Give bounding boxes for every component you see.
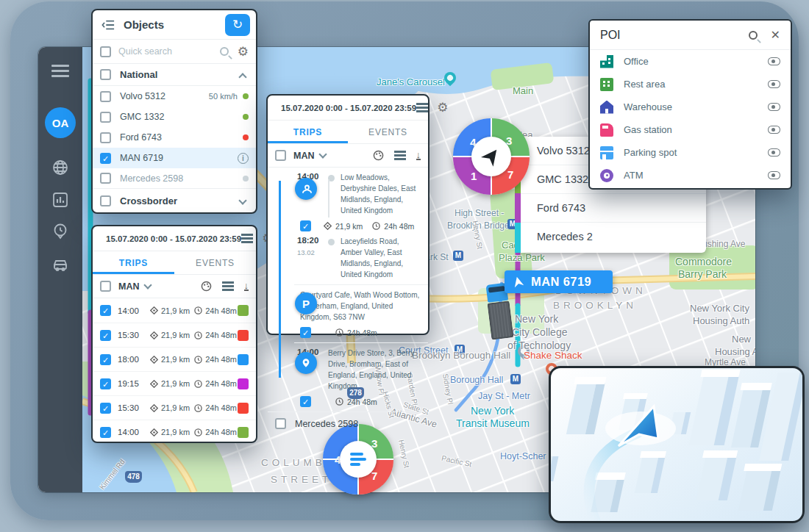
vehicle-footer-row[interactable]: Mercedes 2598 xyxy=(268,411,428,435)
vehicle-checkbox[interactable] xyxy=(100,91,111,102)
date-range[interactable]: 15.07.2020 0:00 - 15.07.2020 23:59 xyxy=(281,104,416,112)
search-icon[interactable] xyxy=(220,47,229,56)
visibility-eye-icon[interactable] xyxy=(768,103,780,111)
vehicle-row[interactable]: Volvo 5312 50 km/h xyxy=(93,86,256,107)
vehicle-checkbox[interactable] xyxy=(100,173,111,184)
search-icon[interactable] xyxy=(749,31,758,40)
map-label: New York xyxy=(515,313,558,325)
download-icon[interactable]: ↓ xyxy=(416,151,421,160)
visibility-eye-icon[interactable] xyxy=(768,171,780,179)
poi-row[interactable]: ATM xyxy=(590,164,791,187)
trip-segment[interactable]: 14:0013.02 Low Meadows, Derbyshire Dales… xyxy=(294,168,428,284)
close-icon[interactable]: ✕ xyxy=(771,28,780,42)
collapse-panel-icon[interactable] xyxy=(101,20,115,30)
metro-station-badge[interactable]: M xyxy=(510,374,521,384)
vehicle-checkbox[interactable] xyxy=(275,418,286,429)
visibility-eye-icon[interactable] xyxy=(768,126,780,134)
vehicle-card-row[interactable]: Ford 6743 xyxy=(521,194,706,223)
list-view-icon[interactable] xyxy=(394,154,406,157)
vehicle-checkbox-checked[interactable]: ✓ xyxy=(100,153,111,164)
poi-row[interactable]: Warehouse xyxy=(590,96,791,118)
visibility-eye-icon[interactable] xyxy=(768,148,780,157)
trip-distance: 21,9 km xyxy=(161,331,190,339)
main-menu-button[interactable] xyxy=(51,62,69,80)
chevron-down-icon[interactable] xyxy=(319,150,327,158)
map-cluster-marker[interactable]: 4 3 7 1 xyxy=(453,118,530,195)
sidebar-item-reports[interactable] xyxy=(51,191,69,209)
chevron-up-icon[interactable] xyxy=(238,73,246,81)
group-checkbox[interactable] xyxy=(100,195,111,206)
trip-time: 15:30 xyxy=(118,403,146,412)
filter-checkbox[interactable] xyxy=(275,150,286,161)
download-icon[interactable]: ↓ xyxy=(244,281,249,291)
group-row-crossborder[interactable]: Crossborder xyxy=(93,189,256,212)
palette-icon[interactable] xyxy=(373,150,384,161)
metro-station-badge[interactable]: M xyxy=(453,251,463,261)
trip-row[interactable]: ✓19:15 21,9 km 24h 48m xyxy=(93,371,256,395)
vehicle-row[interactable]: GMC 1332 xyxy=(93,107,256,127)
trip-row[interactable]: ✓15:30 21,9 km 24h 48m xyxy=(93,395,256,420)
tab-trips[interactable]: TRIPS xyxy=(268,121,348,143)
poi-row[interactable]: Rest area xyxy=(590,73,791,96)
vehicle-row-selected[interactable]: ✓ MAN 6719 i xyxy=(93,148,256,168)
selected-vehicle-tag[interactable]: MAN 6719 xyxy=(505,270,613,293)
poi-row[interactable]: Gas station xyxy=(590,118,791,141)
chevron-down-icon[interactable] xyxy=(144,281,152,289)
search-input[interactable]: Quick search xyxy=(118,46,220,57)
3d-map-preview[interactable] xyxy=(549,366,805,523)
list-view-icon[interactable] xyxy=(416,107,428,109)
tab-events[interactable]: EVENTS xyxy=(174,251,256,274)
settings-gear-icon[interactable]: ⚙ xyxy=(437,101,448,114)
stop-segment[interactable]: 14:0013.02 Berry Drive Store, 3, Berry D… xyxy=(294,342,428,411)
tab-events[interactable]: EVENTS xyxy=(348,121,428,143)
stop-checkbox[interactable]: ✓ xyxy=(300,396,311,407)
vehicle-card-row[interactable]: Mercedes 2 xyxy=(521,223,706,251)
tab-trips[interactable]: TRIPS xyxy=(93,251,174,274)
vehicle-filter[interactable]: MAN xyxy=(293,151,314,161)
info-icon[interactable]: i xyxy=(238,153,249,164)
trip-checkbox[interactable]: ✓ xyxy=(100,354,111,365)
vehicle-checkbox[interactable] xyxy=(100,132,111,143)
poi-row[interactable]: Parking spot xyxy=(590,141,791,164)
chevron-down-icon[interactable] xyxy=(238,196,246,204)
history-button[interactable]: ↻ xyxy=(225,14,250,36)
group-row-national[interactable]: National xyxy=(93,64,256,86)
visibility-eye-icon[interactable] xyxy=(768,57,780,65)
sidebar-item-fleet[interactable] xyxy=(51,256,69,273)
trip-checkbox[interactable]: ✓ xyxy=(100,427,111,438)
trip-checkbox[interactable]: ✓ xyxy=(100,305,111,316)
avatar[interactable]: OA xyxy=(45,107,76,138)
palette-icon[interactable] xyxy=(201,281,212,292)
settings-gear-icon[interactable]: ⚙ xyxy=(238,46,249,58)
parking-segment[interactable]: P Courtyard Cafe, Wath Wood Bottom, Roth… xyxy=(294,284,428,342)
trip-duration: 24h 48m xyxy=(205,331,237,339)
trip-checkbox[interactable]: ✓ xyxy=(100,330,111,341)
trip-checkbox[interactable]: ✓ xyxy=(100,378,111,389)
group-checkbox[interactable] xyxy=(100,69,111,80)
filter-checkbox[interactable] xyxy=(100,281,111,292)
sidebar-item-map[interactable] xyxy=(51,159,69,176)
trip-checkbox[interactable]: ✓ xyxy=(300,220,311,231)
sidebar-item-history[interactable] xyxy=(51,223,69,240)
trip-row[interactable]: ✓14:00 21,9 km 24h 48m xyxy=(93,420,256,444)
list-view-icon[interactable] xyxy=(241,237,253,240)
car-icon xyxy=(51,256,69,273)
vehicle-filter[interactable]: MAN xyxy=(118,281,139,292)
list-view-icon[interactable] xyxy=(222,285,234,287)
visibility-eye-icon[interactable] xyxy=(768,80,780,88)
map-label: New York xyxy=(471,405,514,417)
panel-title: Objects xyxy=(124,18,225,31)
vehicle-row[interactable]: Mercedes 2598 xyxy=(93,168,256,189)
vehicle-row[interactable]: Ford 6743 xyxy=(93,127,256,148)
poi-row[interactable]: Office xyxy=(590,50,791,73)
trip-row[interactable]: ✓15:30 21,9 km 24h 48m xyxy=(93,323,256,347)
parking-checkbox[interactable]: ✓ xyxy=(300,327,311,338)
trip-color-swatch xyxy=(238,403,249,414)
trip-checkbox[interactable]: ✓ xyxy=(100,403,111,414)
vehicle-checkbox[interactable] xyxy=(100,112,111,123)
trip-row[interactable]: ✓14:00 21,9 km 24h 48m xyxy=(93,298,256,323)
date-range[interactable]: 15.07.2020 0:00 - 15.07.2020 23:59 xyxy=(106,234,241,243)
hamburger-icon xyxy=(51,70,69,72)
trip-row[interactable]: ✓18:00 21,9 km 24h 48m xyxy=(93,347,256,371)
select-all-checkbox[interactable] xyxy=(100,46,111,57)
